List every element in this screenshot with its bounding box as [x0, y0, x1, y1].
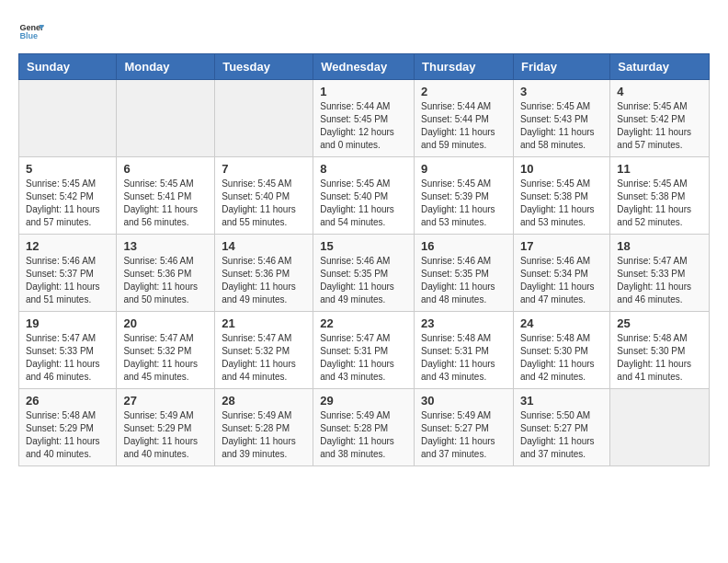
day-number: 9: [421, 162, 506, 176]
day-number: 20: [123, 316, 208, 330]
day-number: 21: [222, 316, 306, 330]
page-header: General Blue: [18, 18, 710, 44]
day-info: Sunrise: 5:47 AM Sunset: 5:32 PM Dayligh…: [222, 332, 306, 384]
day-number: 8: [320, 162, 407, 176]
calendar-cell: 31Sunrise: 5:50 AM Sunset: 5:27 PM Dayli…: [513, 389, 609, 466]
calendar-cell: [117, 80, 215, 157]
calendar-table: SundayMondayTuesdayWednesdayThursdayFrid…: [18, 53, 710, 466]
calendar-cell: 19Sunrise: 5:47 AM Sunset: 5:33 PM Dayli…: [19, 312, 117, 389]
day-info: Sunrise: 5:45 AM Sunset: 5:41 PM Dayligh…: [123, 178, 208, 229]
day-number: 12: [26, 239, 109, 253]
header-friday: Friday: [513, 54, 609, 80]
day-number: 25: [617, 316, 702, 330]
calendar-cell: [19, 80, 117, 157]
day-number: 1: [320, 85, 407, 98]
calendar-cell: [215, 80, 313, 157]
day-info: Sunrise: 5:44 AM Sunset: 5:45 PM Dayligh…: [320, 100, 407, 152]
day-number: 31: [520, 394, 603, 408]
calendar-cell: 13Sunrise: 5:46 AM Sunset: 5:36 PM Dayli…: [117, 235, 215, 312]
day-info: Sunrise: 5:49 AM Sunset: 5:28 PM Dayligh…: [320, 409, 407, 461]
calendar-cell: 30Sunrise: 5:49 AM Sunset: 5:27 PM Dayli…: [415, 389, 514, 466]
calendar-cell: 22Sunrise: 5:47 AM Sunset: 5:31 PM Dayli…: [313, 312, 415, 389]
day-number: 30: [421, 394, 506, 408]
calendar-cell: 21Sunrise: 5:47 AM Sunset: 5:32 PM Dayli…: [215, 312, 313, 389]
day-info: Sunrise: 5:46 AM Sunset: 5:34 PM Dayligh…: [520, 255, 603, 306]
day-info: Sunrise: 5:46 AM Sunset: 5:35 PM Dayligh…: [421, 255, 506, 306]
calendar-cell: 11Sunrise: 5:45 AM Sunset: 5:38 PM Dayli…: [610, 157, 710, 235]
day-number: 11: [617, 162, 702, 176]
header-saturday: Saturday: [610, 54, 710, 80]
logo: General Blue: [18, 18, 48, 44]
calendar-week-4: 19Sunrise: 5:47 AM Sunset: 5:33 PM Dayli…: [19, 312, 710, 389]
day-info: Sunrise: 5:47 AM Sunset: 5:33 PM Dayligh…: [617, 255, 702, 306]
day-info: Sunrise: 5:44 AM Sunset: 5:44 PM Dayligh…: [421, 100, 506, 152]
day-info: Sunrise: 5:50 AM Sunset: 5:27 PM Dayligh…: [520, 409, 603, 461]
day-info: Sunrise: 5:49 AM Sunset: 5:27 PM Dayligh…: [421, 409, 506, 461]
day-info: Sunrise: 5:45 AM Sunset: 5:40 PM Dayligh…: [222, 178, 306, 229]
day-number: 4: [617, 85, 702, 98]
calendar-cell: 3Sunrise: 5:45 AM Sunset: 5:43 PM Daylig…: [513, 80, 609, 157]
calendar-cell: 1Sunrise: 5:44 AM Sunset: 5:45 PM Daylig…: [313, 80, 415, 157]
calendar-cell: 15Sunrise: 5:46 AM Sunset: 5:35 PM Dayli…: [313, 235, 415, 312]
day-info: Sunrise: 5:48 AM Sunset: 5:31 PM Dayligh…: [421, 332, 506, 384]
day-number: 23: [421, 316, 506, 330]
calendar-cell: 12Sunrise: 5:46 AM Sunset: 5:37 PM Dayli…: [19, 235, 117, 312]
calendar-cell: 6Sunrise: 5:45 AM Sunset: 5:41 PM Daylig…: [117, 157, 215, 235]
day-number: 16: [421, 239, 506, 253]
day-number: 17: [520, 239, 603, 253]
header-wednesday: Wednesday: [313, 54, 415, 80]
calendar-cell: 26Sunrise: 5:48 AM Sunset: 5:29 PM Dayli…: [19, 389, 117, 466]
day-number: 5: [26, 162, 109, 176]
calendar-cell: 7Sunrise: 5:45 AM Sunset: 5:40 PM Daylig…: [215, 157, 313, 235]
day-info: Sunrise: 5:48 AM Sunset: 5:29 PM Dayligh…: [26, 409, 109, 461]
calendar-cell: [610, 389, 710, 466]
calendar-cell: 16Sunrise: 5:46 AM Sunset: 5:35 PM Dayli…: [415, 235, 514, 312]
day-info: Sunrise: 5:45 AM Sunset: 5:42 PM Dayligh…: [617, 100, 702, 152]
day-number: 18: [617, 239, 702, 253]
day-number: 14: [222, 239, 306, 253]
day-number: 15: [320, 239, 407, 253]
calendar-cell: 4Sunrise: 5:45 AM Sunset: 5:42 PM Daylig…: [610, 80, 710, 157]
day-number: 2: [421, 85, 506, 98]
day-number: 22: [320, 316, 407, 330]
day-info: Sunrise: 5:48 AM Sunset: 5:30 PM Dayligh…: [520, 332, 603, 384]
calendar-week-5: 26Sunrise: 5:48 AM Sunset: 5:29 PM Dayli…: [19, 389, 710, 466]
calendar-cell: 20Sunrise: 5:47 AM Sunset: 5:32 PM Dayli…: [117, 312, 215, 389]
calendar-week-2: 5Sunrise: 5:45 AM Sunset: 5:42 PM Daylig…: [19, 157, 710, 235]
calendar-week-1: 1Sunrise: 5:44 AM Sunset: 5:45 PM Daylig…: [19, 80, 710, 157]
day-info: Sunrise: 5:47 AM Sunset: 5:31 PM Dayligh…: [320, 332, 407, 384]
day-info: Sunrise: 5:46 AM Sunset: 5:35 PM Dayligh…: [320, 255, 407, 306]
day-info: Sunrise: 5:45 AM Sunset: 5:38 PM Dayligh…: [520, 178, 603, 229]
header-tuesday: Tuesday: [215, 54, 313, 80]
day-info: Sunrise: 5:49 AM Sunset: 5:29 PM Dayligh…: [123, 409, 208, 461]
day-number: 29: [320, 394, 407, 408]
day-info: Sunrise: 5:47 AM Sunset: 5:32 PM Dayligh…: [123, 332, 208, 384]
day-number: 3: [520, 85, 603, 98]
calendar-cell: 8Sunrise: 5:45 AM Sunset: 5:40 PM Daylig…: [313, 157, 415, 235]
day-info: Sunrise: 5:45 AM Sunset: 5:40 PM Dayligh…: [320, 178, 407, 229]
day-info: Sunrise: 5:49 AM Sunset: 5:28 PM Dayligh…: [222, 409, 306, 461]
day-number: 26: [26, 394, 109, 408]
calendar-cell: 2Sunrise: 5:44 AM Sunset: 5:44 PM Daylig…: [415, 80, 514, 157]
header-sunday: Sunday: [19, 54, 117, 80]
day-info: Sunrise: 5:47 AM Sunset: 5:33 PM Dayligh…: [26, 332, 109, 384]
day-number: 7: [222, 162, 306, 176]
calendar-cell: 29Sunrise: 5:49 AM Sunset: 5:28 PM Dayli…: [313, 389, 415, 466]
day-info: Sunrise: 5:46 AM Sunset: 5:36 PM Dayligh…: [222, 255, 306, 306]
calendar-cell: 23Sunrise: 5:48 AM Sunset: 5:31 PM Dayli…: [415, 312, 514, 389]
calendar-cell: 25Sunrise: 5:48 AM Sunset: 5:30 PM Dayli…: [610, 312, 710, 389]
calendar-cell: 14Sunrise: 5:46 AM Sunset: 5:36 PM Dayli…: [215, 235, 313, 312]
logo-icon: General Blue: [18, 18, 44, 44]
day-number: 27: [123, 394, 208, 408]
day-info: Sunrise: 5:48 AM Sunset: 5:30 PM Dayligh…: [617, 332, 702, 384]
calendar-cell: 27Sunrise: 5:49 AM Sunset: 5:29 PM Dayli…: [117, 389, 215, 466]
calendar-week-3: 12Sunrise: 5:46 AM Sunset: 5:37 PM Dayli…: [19, 235, 710, 312]
day-info: Sunrise: 5:45 AM Sunset: 5:43 PM Dayligh…: [520, 100, 603, 152]
day-number: 10: [520, 162, 603, 176]
day-info: Sunrise: 5:46 AM Sunset: 5:37 PM Dayligh…: [26, 255, 109, 306]
calendar-header-row: SundayMondayTuesdayWednesdayThursdayFrid…: [19, 54, 710, 80]
day-number: 13: [123, 239, 208, 253]
calendar-cell: 24Sunrise: 5:48 AM Sunset: 5:30 PM Dayli…: [513, 312, 609, 389]
day-info: Sunrise: 5:45 AM Sunset: 5:42 PM Dayligh…: [26, 178, 109, 229]
day-number: 28: [222, 394, 306, 408]
